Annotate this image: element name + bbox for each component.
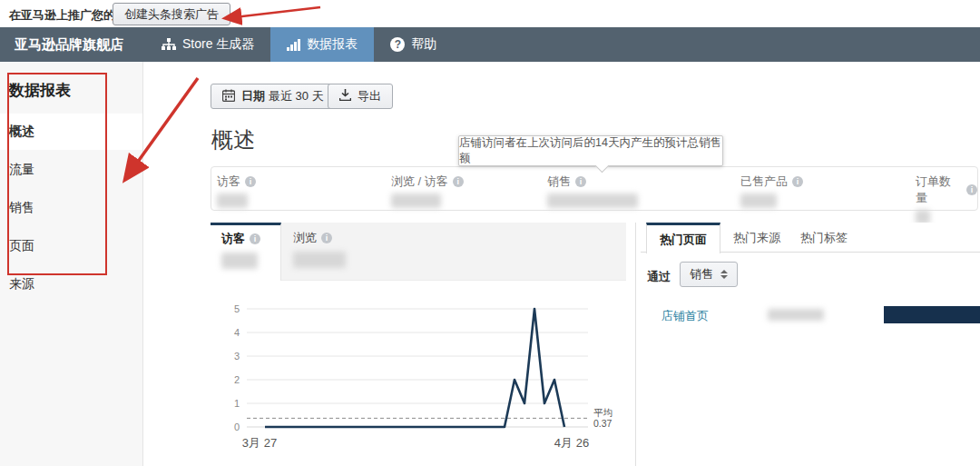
redacted-value bbox=[391, 193, 441, 208]
top-page-home-link[interactable]: 店铺首页 bbox=[662, 308, 709, 324]
export-button[interactable]: 导出 bbox=[328, 84, 393, 109]
info-icon[interactable]: i bbox=[575, 176, 586, 187]
metric-orders: 订单数量i bbox=[916, 174, 977, 224]
sidebar-item-overview[interactable]: 概述 bbox=[0, 114, 142, 150]
metric-units-sold: 已售产品i bbox=[740, 174, 803, 208]
nav-reports-label: 数据报表 bbox=[307, 36, 358, 53]
sidebar-title: 数据报表 bbox=[0, 62, 142, 114]
export-label: 导出 bbox=[358, 88, 381, 104]
tab-top-tags[interactable]: 热门标签 bbox=[788, 223, 860, 253]
filter-by-label: 通过 bbox=[647, 269, 671, 285]
metric-visitors-label: 访客 bbox=[217, 174, 240, 190]
top-content-panel: 热门页面 热门来源 热门标签 通过 销售 店铺首页 bbox=[635, 223, 980, 466]
sort-metric-select[interactable]: 销售 bbox=[680, 262, 738, 287]
redacted-value bbox=[547, 193, 638, 208]
sort-metric-value: 销售 bbox=[690, 266, 713, 283]
promo-topbar: 在亚马逊上推广您的店铺 创建头条搜索广告 bbox=[0, 0, 980, 27]
tab-top-sources[interactable]: 热门来源 bbox=[720, 223, 793, 253]
info-icon[interactable]: i bbox=[792, 176, 803, 187]
redacted-value bbox=[221, 253, 258, 269]
svg-text:0: 0 bbox=[234, 421, 240, 432]
tab-top-pages[interactable]: 热门页面 bbox=[646, 223, 720, 253]
redacted-value bbox=[740, 193, 777, 208]
metrics-summary-panel: 访客i 浏览 / 访客i 销售i 已售产品i 订单数量i bbox=[211, 166, 978, 211]
nav-item-reports[interactable]: 数据报表 bbox=[270, 27, 374, 62]
metric-orders-label: 订单数量 bbox=[916, 174, 962, 206]
metric-views-per-visitor: 浏览 / 访客i bbox=[391, 174, 464, 208]
svg-text:3月 27: 3月 27 bbox=[242, 436, 277, 450]
top-page-sales-bar bbox=[884, 306, 980, 323]
sort-arrows-icon bbox=[720, 270, 728, 279]
nav-item-store-builder[interactable]: Store 生成器 bbox=[145, 27, 270, 62]
redacted-value bbox=[768, 309, 824, 321]
nav-help-label: 帮助 bbox=[411, 36, 436, 53]
info-icon: i bbox=[250, 233, 260, 244]
chart-tab-views[interactable]: 浏览i bbox=[282, 223, 369, 281]
chart-tab-views-label: 浏览 bbox=[293, 230, 317, 246]
chart-tab-visitors-label: 访客 bbox=[221, 231, 245, 247]
date-value: 最近 30 天 bbox=[269, 88, 324, 104]
metric-sales: 销售i bbox=[547, 174, 638, 208]
svg-text:0.37: 0.37 bbox=[593, 418, 612, 429]
chart-tab-visitors[interactable]: 访客i bbox=[211, 223, 281, 281]
main-navbar: 亚马逊品牌旗舰店 Store 生成器 数据报表 ? 帮助 bbox=[0, 27, 980, 62]
sidebar-item-sales[interactable]: 销售 bbox=[0, 190, 142, 226]
date-label: 日期 bbox=[241, 88, 265, 104]
svg-text:5: 5 bbox=[234, 303, 240, 314]
calendar-icon bbox=[222, 89, 235, 104]
metric-units-sold-label: 已售产品 bbox=[740, 174, 788, 190]
svg-text:1: 1 bbox=[234, 398, 240, 409]
svg-text:4: 4 bbox=[234, 327, 240, 338]
nav-item-help[interactable]: ? 帮助 bbox=[374, 27, 453, 62]
top-panel-tab-row: 热门页面 热门来源 热门标签 bbox=[641, 223, 980, 253]
metric-sales-label: 销售 bbox=[547, 174, 571, 190]
svg-text:2: 2 bbox=[234, 374, 240, 385]
redacted-value bbox=[293, 252, 346, 268]
sales-tooltip-text: 店铺访问者在上次访问后的14天内产生的预计总销售额 bbox=[459, 135, 722, 166]
create-headline-ad-button[interactable]: 创建头条搜索广告 bbox=[113, 3, 230, 25]
download-icon bbox=[339, 89, 351, 104]
info-icon[interactable]: i bbox=[966, 184, 977, 195]
info-icon: i bbox=[321, 233, 332, 243]
sidebar-item-pages[interactable]: 页面 bbox=[0, 228, 142, 264]
sitemap-icon bbox=[162, 38, 176, 51]
sales-tooltip: 店铺访问者在上次访问后的14天内产生的预计总销售额 bbox=[458, 135, 723, 166]
reports-sidebar: 数据报表 概述 流量 销售 页面 来源 bbox=[0, 62, 143, 466]
svg-text:平均: 平均 bbox=[593, 407, 612, 418]
page-title: 概述 bbox=[211, 125, 255, 154]
brand-title: 亚马逊品牌旗舰店 bbox=[0, 27, 138, 62]
date-range-button[interactable]: 日期 最近 30 天 bbox=[211, 84, 336, 109]
sidebar-item-traffic[interactable]: 流量 bbox=[0, 152, 142, 188]
chart-tab-strip: 访客i 浏览i bbox=[211, 223, 626, 281]
visitors-line-chart: 012345平均0.373月 274月 26 bbox=[211, 289, 628, 463]
nav-store-builder-label: Store 生成器 bbox=[182, 36, 254, 53]
svg-text:3: 3 bbox=[234, 351, 240, 362]
info-icon[interactable]: i bbox=[453, 176, 464, 187]
sidebar-item-sources[interactable]: 来源 bbox=[0, 266, 142, 302]
info-icon[interactable]: i bbox=[245, 176, 256, 187]
redacted-value bbox=[217, 193, 248, 208]
bar-chart-icon bbox=[287, 39, 300, 51]
metric-visitors: 访客i bbox=[217, 174, 256, 208]
metric-views-per-visitor-label: 浏览 / 访客 bbox=[391, 174, 448, 190]
svg-text:4月 26: 4月 26 bbox=[554, 436, 589, 450]
amazon-store-insights-screen: 在亚马逊上推广您的店铺 创建头条搜索广告 亚马逊品牌旗舰店 Store 生成器 … bbox=[0, 0, 980, 466]
help-icon: ? bbox=[390, 37, 405, 52]
